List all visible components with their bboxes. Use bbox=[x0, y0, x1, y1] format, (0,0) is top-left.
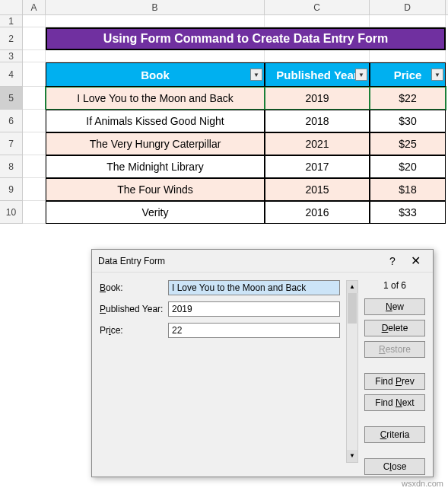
row-9: 9 The Four Winds 2015 $18 bbox=[0, 178, 448, 201]
input-price[interactable] bbox=[168, 323, 340, 338]
spreadsheet-grid: A B C D 1 2 Using Form Command to Create… bbox=[0, 0, 448, 224]
new-button[interactable]: New bbox=[364, 298, 425, 315]
cell-book[interactable]: The Midnight Library bbox=[46, 155, 265, 178]
filter-dropdown-icon[interactable]: ▼ bbox=[250, 69, 262, 81]
row-1: 1 bbox=[0, 15, 448, 27]
row-header-1[interactable]: 1 bbox=[0, 15, 23, 27]
row-7: 7 The Very Hungry Caterpillar 2021 $25 bbox=[0, 132, 448, 155]
cell-price[interactable]: $33 bbox=[370, 201, 446, 224]
data-entry-form-dialog: Data Entry Form ? ✕ Book: Published Year… bbox=[91, 249, 434, 477]
scroll-down-icon[interactable]: ▼ bbox=[347, 450, 357, 462]
row-8: 8 The Midnight Library 2017 $20 bbox=[0, 155, 448, 178]
header-price[interactable]: Price ▼ bbox=[370, 62, 446, 87]
restore-button[interactable]: Restore bbox=[364, 341, 425, 358]
cell-year[interactable]: 2021 bbox=[265, 132, 370, 155]
scroll-thumb[interactable] bbox=[348, 293, 357, 324]
cell-year[interactable]: 2015 bbox=[265, 178, 370, 201]
find-next-button[interactable]: Find Next bbox=[364, 394, 425, 411]
help-button[interactable]: ? bbox=[381, 255, 404, 267]
cell-price[interactable]: $22 bbox=[370, 87, 446, 110]
cell-book[interactable]: The Four Winds bbox=[46, 178, 265, 201]
row-5: 5 I Love You to the Moon and Back 2019 $… bbox=[0, 87, 448, 110]
col-header-d[interactable]: D bbox=[370, 0, 446, 14]
col-header-c[interactable]: C bbox=[265, 0, 370, 14]
cell-price[interactable]: $30 bbox=[370, 110, 446, 132]
select-all-corner[interactable] bbox=[0, 0, 23, 14]
row-header-6[interactable]: 6 bbox=[0, 110, 23, 132]
cell-year[interactable]: 2018 bbox=[265, 110, 370, 132]
row-header-10[interactable]: 10 bbox=[0, 201, 23, 224]
col-header-b[interactable]: B bbox=[46, 0, 265, 14]
row-header-5[interactable]: 5 bbox=[0, 87, 23, 110]
find-prev-button[interactable]: Find Prev bbox=[364, 373, 425, 390]
filter-dropdown-icon[interactable]: ▼ bbox=[355, 69, 367, 81]
cell-book[interactable]: I Love You to the Moon and Back bbox=[46, 87, 265, 110]
record-scrollbar[interactable]: ▲ ▼ bbox=[346, 280, 358, 463]
cell-year[interactable]: 2016 bbox=[265, 201, 370, 224]
close-button[interactable]: Close bbox=[364, 458, 425, 475]
row-header-2[interactable]: 2 bbox=[0, 27, 23, 50]
input-year[interactable] bbox=[168, 301, 340, 317]
row-header-7[interactable]: 7 bbox=[0, 132, 23, 155]
criteria-button[interactable]: Criteria bbox=[364, 426, 425, 443]
record-counter: 1 of 6 bbox=[364, 280, 425, 291]
cell-price[interactable]: $25 bbox=[370, 132, 446, 155]
dialog-buttons: 1 of 6 New Delete Restore Find Prev Find… bbox=[364, 280, 425, 475]
scroll-up-icon[interactable]: ▲ bbox=[347, 281, 357, 293]
header-book-label: Book bbox=[141, 69, 170, 81]
row-6: 6 If Animals Kissed Good Night 2018 $30 bbox=[0, 110, 448, 132]
col-header-a[interactable]: A bbox=[23, 0, 46, 14]
form-fields: Book: Published Year: Price: bbox=[100, 280, 340, 475]
row-3: 3 bbox=[0, 50, 448, 62]
cell-price[interactable]: $20 bbox=[370, 155, 446, 178]
cell-year[interactable]: 2017 bbox=[265, 155, 370, 178]
cell-year[interactable]: 2019 bbox=[265, 87, 370, 110]
header-year[interactable]: Published Year ▼ bbox=[265, 62, 370, 87]
filter-dropdown-icon[interactable]: ▼ bbox=[431, 69, 443, 81]
title-banner[interactable]: Using Form Command to Create Data Entry … bbox=[46, 27, 446, 50]
header-year-label: Published Year bbox=[276, 69, 357, 81]
cell-price[interactable]: $18 bbox=[370, 178, 446, 201]
header-book[interactable]: Book ▼ bbox=[46, 62, 265, 87]
row-4-headers: 4 Book ▼ Published Year ▼ Price ▼ bbox=[0, 62, 448, 87]
row-10: 10 Verity 2016 $33 bbox=[0, 201, 448, 224]
row-header-8[interactable]: 8 bbox=[0, 155, 23, 178]
row-header-9[interactable]: 9 bbox=[0, 178, 23, 201]
header-price-label: Price bbox=[394, 69, 422, 81]
row-2: 2 Using Form Command to Create Data Entr… bbox=[0, 27, 448, 50]
cell-book[interactable]: If Animals Kissed Good Night bbox=[46, 110, 265, 132]
dialog-title-text: Data Entry Form bbox=[98, 256, 381, 266]
label-year: Published Year: bbox=[100, 304, 168, 314]
row-header-3[interactable]: 3 bbox=[0, 50, 23, 62]
delete-button[interactable]: Delete bbox=[364, 320, 425, 336]
cell-book[interactable]: Verity bbox=[46, 201, 265, 224]
close-icon[interactable]: ✕ bbox=[404, 253, 427, 268]
label-book: Book: bbox=[100, 282, 168, 293]
cell-book[interactable]: The Very Hungry Caterpillar bbox=[46, 132, 265, 155]
watermark: wsxdn.com bbox=[402, 479, 443, 488]
column-headers: A B C D bbox=[0, 0, 448, 15]
dialog-titlebar[interactable]: Data Entry Form ? ✕ bbox=[92, 250, 433, 273]
row-header-4[interactable]: 4 bbox=[0, 62, 23, 87]
input-book[interactable] bbox=[168, 280, 340, 295]
label-price: Price: bbox=[100, 325, 168, 336]
